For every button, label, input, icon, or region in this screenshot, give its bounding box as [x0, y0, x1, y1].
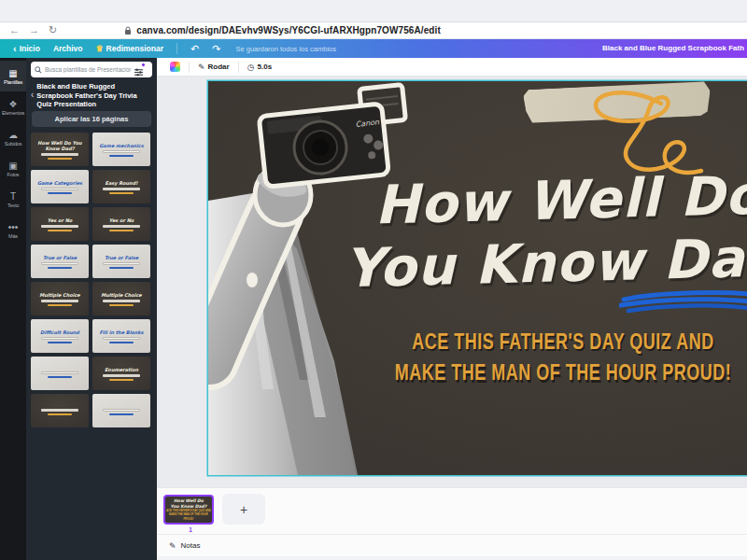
thumbnail-accent-bar	[48, 342, 73, 343]
template-title-row: ‹ Black and Blue Rugged Scrapbook Father…	[31, 82, 152, 109]
toolbar-divider	[238, 62, 239, 73]
page-filmstrip: How Well Do You Know Dad? ACE THIS FATHE…	[157, 487, 747, 534]
background-color-swatch[interactable]	[170, 62, 180, 72]
elements-icon: ❖	[9, 99, 18, 109]
filter-badge	[141, 63, 146, 67]
thumbnail-text-bar	[41, 371, 79, 374]
template-thumbnail[interactable]: How Well Do You Know Dad?	[31, 133, 89, 166]
redo-button[interactable]: ↷	[212, 43, 220, 55]
template-thumbnail[interactable]: Easy Round!	[92, 170, 150, 203]
template-thumbnail[interactable]: Game mechanics	[92, 133, 150, 166]
page-number-label: 1	[163, 526, 218, 533]
thumbnail-accent-bar	[48, 267, 73, 269]
sidebar-rail-item[interactable]: T Texto	[0, 184, 26, 215]
thumbnail-accent-bar	[48, 230, 73, 231]
timer-icon: ◷	[247, 63, 255, 72]
thumbnail-accent-bar	[48, 376, 73, 378]
sidebar-rail: ▦ Plantillas ❖ Elementos ☁ Subidos ▣ Fot…	[0, 58, 26, 560]
thumbnail-accent-bar	[48, 192, 73, 194]
filter-icon[interactable]	[134, 64, 144, 75]
thumbnail-text-bar	[41, 153, 79, 156]
url-text[interactable]: canva.com/design/DAEvhv9WSys/Y6CGI-ufARX…	[136, 25, 441, 35]
slide-subtitle-text[interactable]: ACE THIS FATHER'S DAY QUIZ AND MAKE THE …	[367, 326, 747, 389]
file-menu[interactable]: Archivo	[53, 44, 83, 53]
header-divider	[176, 43, 177, 54]
page-1-thumbnail[interactable]: How Well Do You Know Dad? ACE THIS FATHE…	[163, 495, 214, 525]
thumbnail-text-bar	[103, 225, 141, 228]
crown-icon: ♛	[96, 44, 104, 53]
thumbnail-text-bar	[103, 262, 141, 265]
slide-page-1[interactable]: Canon How Well Do You Know Dad? ACE THIS…	[208, 81, 747, 475]
sidebar-rail-item[interactable]: ••• Más	[0, 215, 26, 245]
thumbnail-accent-bar	[48, 158, 73, 160]
thumbnail-accent-bar	[109, 342, 134, 343]
search-icon	[35, 66, 42, 74]
thumbnail-accent-bar	[48, 304, 73, 306]
thumbnail-text-bar	[103, 300, 141, 302]
thumbnail-text-bar	[41, 188, 79, 190]
thumbnail-text-bar	[103, 374, 141, 377]
template-thumbnail[interactable]: Enumeration	[92, 357, 150, 390]
sidebar-rail-item[interactable]: ❖ Elementos	[0, 91, 26, 122]
template-thumbnail[interactable]: Multiple Choice	[31, 282, 89, 315]
thumbnail-text-bar	[103, 337, 141, 340]
blue-scribble-underline[interactable]	[619, 288, 747, 316]
notes-label: Notas	[181, 541, 201, 550]
back-arrow-icon[interactable]: ←	[9, 25, 20, 35]
browser-tab-strip	[0, 0, 747, 22]
template-thumbnail[interactable]: Difficult Round	[31, 319, 89, 353]
canva-header: ‹ Inicio Archivo ♛ Redimensionar ↶ ↷ Se …	[0, 39, 747, 58]
notes-bar[interactable]: ✎ Notas	[157, 534, 747, 556]
thumbnail-accent-bar	[109, 267, 134, 269]
thumbnail-text-bar	[41, 300, 79, 302]
template-thumbnail[interactable]: Yes or No	[31, 207, 89, 241]
photos-icon: ▣	[8, 161, 17, 171]
bottom-filler	[157, 556, 747, 560]
search-input[interactable]	[45, 66, 131, 73]
sidebar-rail-item[interactable]: ▦ Plantillas	[0, 61, 26, 91]
templates-icon: ▦	[8, 68, 17, 78]
design-title[interactable]: Black and Blue Rugged Scrapbook Father's…	[602, 39, 744, 58]
template-thumbnail[interactable]	[31, 357, 89, 390]
undo-button[interactable]: ↶	[190, 43, 199, 55]
template-thumbnail[interactable]: Fill in the Blanks	[92, 319, 150, 353]
uploads-icon: ☁	[8, 130, 18, 140]
thumbnail-accent-bar	[48, 413, 73, 415]
thumbnail-accent-bar	[109, 230, 134, 231]
thumbnail-text-bar	[41, 262, 79, 265]
template-thumbnail[interactable]	[92, 394, 150, 427]
add-page-button[interactable]: +	[222, 494, 265, 525]
template-thumbnail[interactable]	[31, 394, 89, 427]
slide-title-text[interactable]: How Well Do You Know Dad?	[332, 159, 747, 300]
chevron-left-icon: ‹	[13, 43, 17, 54]
template-thumbnail[interactable]: True or False	[92, 245, 150, 278]
template-thumbnail[interactable]: True or False	[31, 245, 89, 278]
reload-icon[interactable]: ↻	[49, 25, 57, 35]
template-thumbnail[interactable]: Yes or No	[92, 207, 150, 241]
thumbnail-text-bar	[41, 337, 79, 340]
animate-icon: ✎	[198, 63, 205, 72]
lock-icon	[124, 26, 132, 35]
sidebar-rail-item[interactable]: ☁ Subidos	[0, 122, 26, 153]
template-thumbnail[interactable]: Multiple Choice	[92, 282, 150, 315]
canva-editor-window: ← → ↻ canva.com/design/DAEvhv9WSys/Y6CGI…	[0, 0, 747, 560]
text-icon: T	[10, 191, 16, 202]
toolbar-divider	[189, 62, 190, 73]
forward-arrow-icon[interactable]: →	[29, 25, 39, 35]
thumbnail-text-bar	[103, 188, 141, 190]
animate-button[interactable]: ✎ Rodar	[198, 63, 230, 72]
home-button[interactable]: ‹ Inicio	[13, 43, 40, 54]
template-thumbnail[interactable]: Game Categories	[31, 170, 89, 203]
thumbnail-text-bar	[103, 409, 141, 412]
chevron-back-icon[interactable]: ‹	[31, 90, 34, 109]
template-title: Black and Blue Rugged Scrapbook Father's…	[36, 82, 152, 109]
apply-all-pages-button[interactable]: Aplicar las 16 páginas	[32, 111, 151, 127]
duration-button[interactable]: ◷ 5.0s	[247, 63, 272, 72]
save-status: Se guardaron todos los cambios	[235, 45, 336, 53]
search-box[interactable]	[31, 62, 152, 77]
resize-button[interactable]: ♛ Redimensionar	[96, 44, 163, 53]
template-thumbnails-grid: How Well Do You Know Dad? Game mechanics…	[31, 133, 152, 427]
sidebar-rail-item[interactable]: ▣ Fotos	[0, 153, 26, 184]
thumbnail-accent-bar	[109, 304, 134, 306]
browser-url-bar: ← → ↻ canva.com/design/DAEvhv9WSys/Y6CGI…	[0, 22, 747, 39]
